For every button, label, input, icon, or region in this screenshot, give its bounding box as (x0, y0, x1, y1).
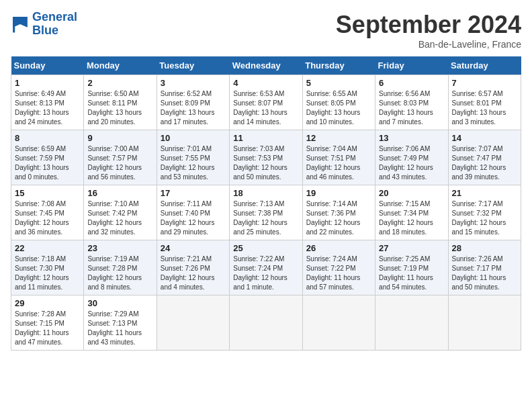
day-number: 23 (87, 243, 152, 253)
calendar-cell: 19Sunrise: 7:14 AM Sunset: 7:36 PM Dayli… (302, 185, 375, 240)
day-info: Sunrise: 7:15 AM Sunset: 7:34 PM Dayligh… (379, 199, 444, 237)
weekday-header-monday: Monday (84, 56, 157, 75)
calendar-cell: 23Sunrise: 7:19 AM Sunset: 7:28 PM Dayli… (84, 240, 157, 295)
day-info: Sunrise: 7:14 AM Sunset: 7:36 PM Dayligh… (306, 199, 371, 237)
day-info: Sunrise: 7:06 AM Sunset: 7:49 PM Dayligh… (379, 144, 444, 182)
day-number: 4 (233, 78, 298, 88)
day-number: 13 (379, 133, 444, 143)
day-number: 17 (161, 188, 226, 198)
month-title: September 2024 (336, 11, 521, 39)
day-number: 1 (15, 78, 80, 88)
day-number: 22 (15, 243, 80, 253)
day-number: 14 (452, 133, 517, 143)
calendar-cell: 2Sunrise: 6:50 AM Sunset: 8:11 PM Daylig… (84, 75, 157, 130)
day-number: 27 (379, 243, 444, 253)
calendar-cell: 17Sunrise: 7:11 AM Sunset: 7:40 PM Dayli… (157, 185, 229, 240)
calendar-week-1: 1Sunrise: 6:49 AM Sunset: 8:13 PM Daylig… (11, 75, 521, 130)
weekday-header-thursday: Thursday (302, 56, 375, 75)
calendar-cell: 12Sunrise: 7:04 AM Sunset: 7:51 PM Dayli… (302, 130, 375, 185)
day-number: 24 (161, 243, 226, 253)
day-number: 3 (161, 78, 226, 88)
day-info: Sunrise: 7:24 AM Sunset: 7:22 PM Dayligh… (306, 255, 371, 292)
day-number: 20 (379, 188, 444, 198)
day-number: 5 (306, 78, 371, 88)
calendar-cell: 10Sunrise: 7:01 AM Sunset: 7:55 PM Dayli… (157, 130, 229, 185)
calendar-cell (375, 295, 448, 351)
day-info: Sunrise: 7:08 AM Sunset: 7:45 PM Dayligh… (15, 199, 80, 237)
day-number: 18 (233, 188, 298, 198)
calendar-cell: 27Sunrise: 7:25 AM Sunset: 7:19 PM Dayli… (375, 240, 448, 295)
calendar-cell: 22Sunrise: 7:18 AM Sunset: 7:30 PM Dayli… (11, 240, 84, 295)
day-number: 15 (15, 188, 80, 198)
calendar-cell: 29Sunrise: 7:28 AM Sunset: 7:15 PM Dayli… (11, 295, 84, 351)
svg-rect-2 (13, 17, 15, 32)
calendar-cell: 6Sunrise: 6:56 AM Sunset: 8:03 PM Daylig… (375, 75, 448, 130)
calendar-cell: 24Sunrise: 7:21 AM Sunset: 7:26 PM Dayli… (157, 240, 229, 295)
day-number: 16 (87, 188, 152, 198)
day-number: 19 (306, 188, 371, 198)
logo: General Blue (11, 11, 77, 38)
day-info: Sunrise: 7:17 AM Sunset: 7:32 PM Dayligh… (452, 199, 517, 237)
day-info: Sunrise: 7:18 AM Sunset: 7:30 PM Dayligh… (15, 255, 80, 292)
day-info: Sunrise: 6:50 AM Sunset: 8:11 PM Dayligh… (87, 89, 152, 127)
calendar-cell: 7Sunrise: 6:57 AM Sunset: 8:01 PM Daylig… (448, 75, 521, 130)
day-number: 9 (87, 133, 152, 143)
calendar-week-2: 8Sunrise: 6:59 AM Sunset: 7:59 PM Daylig… (11, 130, 521, 185)
calendar-cell: 11Sunrise: 7:03 AM Sunset: 7:53 PM Dayli… (230, 130, 302, 185)
day-number: 21 (452, 188, 517, 198)
weekday-header-friday: Friday (375, 56, 448, 75)
calendar-cell: 3Sunrise: 6:52 AM Sunset: 8:09 PM Daylig… (157, 75, 229, 130)
day-info: Sunrise: 7:26 AM Sunset: 7:17 PM Dayligh… (452, 255, 517, 292)
calendar-cell: 15Sunrise: 7:08 AM Sunset: 7:45 PM Dayli… (11, 185, 84, 240)
calendar-cell: 5Sunrise: 6:55 AM Sunset: 8:05 PM Daylig… (302, 75, 375, 130)
calendar-cell (230, 295, 302, 351)
calendar-cell: 25Sunrise: 7:22 AM Sunset: 7:24 PM Dayli… (230, 240, 302, 295)
calendar-cell (448, 295, 521, 351)
calendar-cell (302, 295, 375, 351)
weekday-header-sunday: Sunday (11, 56, 84, 75)
day-info: Sunrise: 7:19 AM Sunset: 7:28 PM Dayligh… (87, 255, 152, 292)
title-block: September 2024 Ban-de-Laveline, France (336, 11, 521, 50)
day-info: Sunrise: 6:49 AM Sunset: 8:13 PM Dayligh… (15, 89, 80, 127)
day-info: Sunrise: 6:59 AM Sunset: 7:59 PM Dayligh… (15, 144, 80, 182)
day-info: Sunrise: 7:13 AM Sunset: 7:38 PM Dayligh… (233, 199, 298, 237)
weekday-header-tuesday: Tuesday (157, 56, 229, 75)
day-info: Sunrise: 7:28 AM Sunset: 7:15 PM Dayligh… (15, 310, 80, 347)
calendar-cell: 20Sunrise: 7:15 AM Sunset: 7:34 PM Dayli… (375, 185, 448, 240)
weekday-header-wednesday: Wednesday (230, 56, 302, 75)
day-info: Sunrise: 7:25 AM Sunset: 7:19 PM Dayligh… (379, 255, 444, 292)
calendar-week-3: 15Sunrise: 7:08 AM Sunset: 7:45 PM Dayli… (11, 185, 521, 240)
location-subtitle: Ban-de-Laveline, France (336, 39, 521, 50)
weekday-header-saturday: Saturday (448, 56, 521, 75)
calendar-cell: 13Sunrise: 7:06 AM Sunset: 7:49 PM Dayli… (375, 130, 448, 185)
day-info: Sunrise: 6:53 AM Sunset: 8:07 PM Dayligh… (233, 89, 298, 127)
calendar-week-5: 29Sunrise: 7:28 AM Sunset: 7:15 PM Dayli… (11, 295, 521, 351)
calendar-cell (157, 295, 229, 351)
calendar-cell: 18Sunrise: 7:13 AM Sunset: 7:38 PM Dayli… (230, 185, 302, 240)
calendar-cell: 14Sunrise: 7:07 AM Sunset: 7:47 PM Dayli… (448, 130, 521, 185)
day-number: 12 (306, 133, 371, 143)
day-number: 11 (233, 133, 298, 143)
day-info: Sunrise: 7:21 AM Sunset: 7:26 PM Dayligh… (161, 255, 226, 292)
day-info: Sunrise: 7:11 AM Sunset: 7:40 PM Dayligh… (161, 199, 226, 237)
day-number: 30 (87, 298, 152, 308)
day-info: Sunrise: 7:03 AM Sunset: 7:53 PM Dayligh… (233, 144, 298, 182)
day-number: 2 (87, 78, 152, 88)
day-number: 26 (306, 243, 371, 253)
day-number: 10 (161, 133, 226, 143)
day-number: 7 (452, 78, 517, 88)
day-info: Sunrise: 7:29 AM Sunset: 7:13 PM Dayligh… (87, 310, 152, 347)
logo-icon (11, 15, 30, 34)
logo-line2: Blue (32, 24, 58, 37)
weekday-header-row: SundayMondayTuesdayWednesdayThursdayFrid… (11, 56, 521, 75)
day-info: Sunrise: 7:22 AM Sunset: 7:24 PM Dayligh… (233, 255, 298, 292)
day-info: Sunrise: 7:07 AM Sunset: 7:47 PM Dayligh… (452, 144, 517, 182)
calendar-cell: 4Sunrise: 6:53 AM Sunset: 8:07 PM Daylig… (230, 75, 302, 130)
calendar-cell: 16Sunrise: 7:10 AM Sunset: 7:42 PM Dayli… (84, 185, 157, 240)
calendar-week-4: 22Sunrise: 7:18 AM Sunset: 7:30 PM Dayli… (11, 240, 521, 295)
page-header: General Blue September 2024 Ban-de-Lavel… (11, 11, 521, 50)
day-info: Sunrise: 7:00 AM Sunset: 7:57 PM Dayligh… (87, 144, 152, 182)
logo-line1: General (32, 10, 77, 24)
calendar-table: SundayMondayTuesdayWednesdayThursdayFrid… (11, 56, 521, 351)
calendar-cell: 1Sunrise: 6:49 AM Sunset: 8:13 PM Daylig… (11, 75, 84, 130)
